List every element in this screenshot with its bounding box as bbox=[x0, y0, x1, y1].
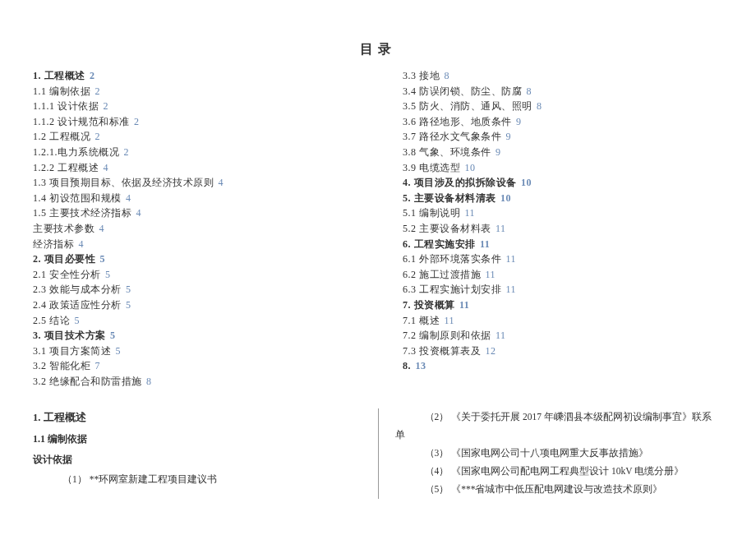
toc-entry-text: 3.8 气象、环境条件 bbox=[403, 146, 491, 158]
toc-entry: 经济指标 4 bbox=[33, 237, 353, 252]
toc-entry-page: 4 bbox=[123, 192, 131, 204]
toc-entry-text: 2.4 政策适应性分析 bbox=[33, 299, 122, 311]
toc-entry-page: 2 bbox=[131, 116, 140, 127]
toc-entry-text: 3.5 防火、消防、通风、照明 bbox=[403, 100, 532, 112]
toc-entry: 7.3 投资概算表及 12 bbox=[403, 344, 723, 359]
toc-entry-page: 11 bbox=[482, 269, 496, 280]
toc-entry-page: 11 bbox=[503, 284, 516, 295]
body-section: 1. 工程概述 1.1 编制依据 设计依据 （1） **环网室新建工程项目建议书… bbox=[33, 408, 723, 498]
toc-entry: 7.2 编制原则和依据 11 bbox=[403, 328, 723, 344]
toc-entry-text: 1.2.1.电力系统概况 bbox=[33, 146, 119, 158]
toc-entry-text: 6.2 施工过渡措施 bbox=[403, 269, 481, 280]
toc-entry: 1.4 初设范围和规模 4 bbox=[33, 191, 353, 206]
toc-entry: 5. 主要设备材料清表 10 bbox=[403, 191, 723, 206]
toc-entry: 主要技术参数 4 bbox=[33, 221, 353, 237]
toc-entry-page: 9 bbox=[514, 116, 522, 127]
toc-entry: 3.4 防误闭锁、防尘、防腐 8 bbox=[403, 84, 723, 99]
reference-item: （3） 《国家电网公司十八项电网重大反事故措施》 bbox=[395, 445, 724, 463]
toc-entry-text: 3.7 路径水文气象条件 bbox=[403, 131, 501, 142]
toc-entry-page: 10 bbox=[462, 162, 476, 173]
toc-entry: 1.5 主要技术经济指标 4 bbox=[33, 205, 353, 221]
toc-entry-page: 8 bbox=[144, 376, 152, 387]
toc-entry-text: 2.5 结论 bbox=[33, 315, 70, 326]
toc-entry-page: 11 bbox=[462, 207, 475, 219]
toc-entry-page: 2 bbox=[87, 70, 95, 81]
toc-entry-page: 4 bbox=[100, 162, 108, 173]
toc-entry: 2.3 效能与成本分析 5 bbox=[33, 282, 353, 297]
toc-entry-text: 2.3 效能与成本分析 bbox=[33, 284, 122, 295]
toc-entry-text: 7.3 投资概算表及 bbox=[403, 345, 481, 357]
toc-column-left: 1. 工程概述 21.1 编制依据 21.1.1 设计依据 21.1.2 设计规… bbox=[33, 68, 353, 389]
toc-entry: 1.2.2 工程概述 4 bbox=[33, 160, 353, 176]
toc-entry-text: 主要技术参数 bbox=[33, 223, 94, 234]
toc-entry-text: 7. 投资概算 bbox=[403, 299, 455, 311]
reference-item: （5） 《***省城市中低压配电网建设与改造技术原则》 bbox=[395, 481, 724, 499]
toc-entry: 3.9 电缆选型 10 bbox=[403, 160, 723, 176]
toc-entry-page: 12 bbox=[482, 345, 496, 357]
toc-entry: 7. 投资概算 11 bbox=[403, 297, 723, 313]
toc-entry-page: 2 bbox=[100, 100, 108, 112]
toc-entry-page: 5 bbox=[103, 269, 111, 280]
toc-entry-text: 3.6 路径地形、地质条件 bbox=[403, 116, 512, 127]
reference-item: （4） 《国家电网公司配电网工程典型设计 10kV 电缆分册》 bbox=[395, 463, 724, 481]
toc-entry-page: 4 bbox=[96, 223, 104, 234]
heading-level-1: 1. 工程概述 bbox=[33, 408, 362, 428]
toc-entry: 3.2 绝缘配合和防雷措施 8 bbox=[33, 374, 353, 390]
toc-entry-text: 3.2 智能化柜 bbox=[33, 360, 90, 371]
toc-column-right: 3.3 接地 83.4 防误闭锁、防尘、防腐 83.5 防火、消防、通风、照明 … bbox=[403, 68, 723, 389]
toc-entry-page: 10 bbox=[519, 177, 532, 188]
toc-entry-text: 3.2 绝缘配合和防雷措施 bbox=[33, 376, 142, 387]
toc-entry-page: 13 bbox=[413, 360, 426, 371]
toc-entry: 3.5 防火、消防、通风、照明 8 bbox=[403, 99, 723, 114]
toc-entry-page: 5 bbox=[123, 299, 131, 311]
toc-entry: 1.3 项目预期目标、依据及经济技术原则 4 bbox=[33, 175, 353, 191]
toc-entry: 1. 工程概述 2 bbox=[33, 68, 353, 84]
body-column-left: 1. 工程概述 1.1 编制依据 设计依据 （1） **环网室新建工程项目建议书 bbox=[33, 408, 378, 498]
toc: 1. 工程概述 21.1 编制依据 21.1.1 设计依据 21.1.2 设计规… bbox=[33, 68, 723, 389]
toc-entry: 4. 项目涉及的拟拆除设备 10 bbox=[403, 175, 723, 191]
toc-entry-page: 5 bbox=[71, 315, 80, 326]
toc-entry: 2.1 安全性分析 5 bbox=[33, 267, 353, 283]
toc-entry-text: 4. 项目涉及的拟拆除设备 bbox=[403, 177, 517, 188]
toc-entry-page: 4 bbox=[215, 177, 224, 188]
toc-entry-text: 3.3 接地 bbox=[403, 70, 440, 81]
toc-entry: 6.3 工程实施计划安排 11 bbox=[403, 282, 723, 297]
toc-entry-page: 2 bbox=[92, 85, 100, 97]
toc-entry: 6. 工程实施安排 11 bbox=[403, 237, 723, 252]
body-column-right: （2） 《关于委托开展 2017 年嵊泗县本级配网初设编制事宜》联系 单 （3）… bbox=[379, 408, 724, 498]
doc-title: 目录 bbox=[33, 41, 723, 58]
toc-entry: 3. 项目技术方案 5 bbox=[33, 328, 353, 344]
toc-entry-page: 9 bbox=[493, 146, 501, 158]
toc-entry-text: 5. 主要设备材料清表 bbox=[403, 192, 496, 204]
toc-entry-page: 11 bbox=[477, 238, 491, 250]
toc-entry-text: 6. 工程实施安排 bbox=[403, 238, 476, 250]
toc-entry: 3.7 路径水文气象条件 9 bbox=[403, 129, 723, 145]
toc-entry-text: 3.1 项目方案简述 bbox=[33, 345, 111, 357]
toc-entry-text: 3.9 电缆选型 bbox=[403, 162, 460, 173]
toc-entry-text: 5.1 编制说明 bbox=[403, 207, 460, 219]
toc-entry: 7.1 概述 11 bbox=[403, 313, 723, 329]
toc-entry: 1.1.1 设计依据 2 bbox=[33, 99, 353, 114]
toc-entry-text: 6.3 工程实施计划安排 bbox=[403, 284, 501, 295]
toc-entry: 3.6 路径地形、地质条件 9 bbox=[403, 114, 723, 130]
toc-entry: 1.1 编制依据 2 bbox=[33, 84, 353, 99]
toc-entry-text: 1.1 编制依据 bbox=[33, 85, 90, 97]
toc-entry: 2.4 政策适应性分析 5 bbox=[33, 297, 353, 313]
toc-entry: 3.2 智能化柜 7 bbox=[33, 358, 353, 374]
toc-entry: 8. 13 bbox=[403, 358, 723, 374]
toc-entry-text: 7.2 编制原则和依据 bbox=[403, 330, 491, 341]
toc-entry-page: 2 bbox=[92, 131, 100, 142]
toc-entry-text: 2.1 安全性分析 bbox=[33, 269, 101, 280]
toc-entry-page: 11 bbox=[457, 299, 470, 311]
toc-entry-page: 11 bbox=[503, 253, 516, 265]
toc-entry-page: 5 bbox=[113, 345, 121, 357]
toc-entry-text: 1.5 主要技术经济指标 bbox=[33, 207, 131, 219]
toc-entry-text: 3. 项目技术方案 bbox=[33, 330, 106, 341]
toc-entry-page: 9 bbox=[503, 131, 511, 142]
toc-entry: 3.3 接地 8 bbox=[403, 68, 723, 84]
reference-item: （1） **环网室新建工程项目建议书 bbox=[33, 471, 362, 489]
toc-entry-page: 5 bbox=[108, 330, 116, 341]
toc-entry-text: 1.1.1 设计依据 bbox=[33, 100, 99, 112]
toc-entry-text: 1.2 工程概况 bbox=[33, 131, 90, 142]
toc-entry-text: 5.2 主要设备材料表 bbox=[403, 223, 491, 234]
